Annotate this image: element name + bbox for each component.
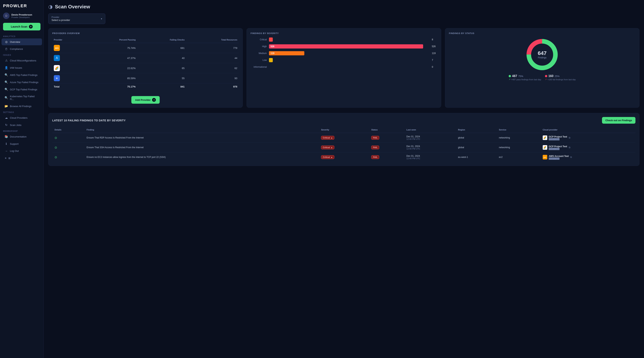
overview-grid: PROVIDERS OVERVIEW Provider Percent Pass… (48, 28, 640, 108)
col-cloudprovider: Cloud provider (540, 127, 636, 133)
col-total: Total Resources (186, 38, 239, 43)
total-label: Total (52, 83, 84, 90)
sidebar-item-logout[interactable]: → Log Out (2, 148, 42, 154)
aws-top-icon: 🔍 (4, 73, 8, 77)
layout-icon: ⊞ (8, 157, 10, 160)
provider-select[interactable]: Provider Select a provider ▾ (48, 14, 105, 24)
severity-bar-wrap: 119 (269, 51, 430, 55)
severity-row: Critical 8 (250, 38, 437, 42)
copy-icon[interactable]: ⧉ (570, 156, 572, 158)
sidebar-item-overview[interactable]: ◎ Overview (2, 39, 42, 45)
compliance-icon: 🗒 (4, 47, 8, 51)
provider-id: ████████ (549, 138, 567, 140)
sidebar-item-cloud-providers[interactable]: ☁ Cloud Providers (2, 114, 42, 121)
status-cell: FAIL (369, 143, 404, 152)
launch-scan-button[interactable]: Launch Scan + (3, 23, 40, 31)
warning-icon: ▲ (330, 146, 333, 149)
sidebar: PROWLER D Devie Prowlerson Prowler Devel… (0, 0, 44, 358)
donut-legend: 487 75% ↗ +487 pass findings from last d… (509, 74, 576, 81)
issues-section-label: Issues (0, 53, 44, 57)
sidebar-item-scan-jobs[interactable]: ↻ Scan Jobs (2, 122, 42, 128)
sidebar-gcp-top-label: GCP Top Failed Findings (10, 88, 37, 91)
sidebar-item-gcp-top[interactable]: 🔍 GCP Top Failed Findings (2, 86, 42, 93)
fail-sub: +160 fail findings from last day (548, 78, 576, 81)
gcp-top-icon: 🔍 (4, 88, 8, 91)
table-row: ⊙ Ensure That RDP Access Is Restricted F… (52, 133, 636, 143)
pass-dot (509, 75, 511, 77)
add-provider-label: Add Provider (135, 99, 151, 101)
sidebar-item-azure-top[interactable]: 🔍 Azure Top Failed Findings (2, 79, 42, 86)
pass-sub: +487 pass findings from last day (511, 78, 541, 81)
total-resources: 62 (186, 63, 239, 73)
severity-cell: Critical ▲ (319, 143, 369, 152)
user-role: Prowler Developers (12, 16, 32, 19)
provider-logo-cell: ⎈ (52, 73, 84, 83)
findings-severity-card: FINDINGS BY SEVERITY Critical 8 High 526… (246, 28, 441, 108)
service-cell: networking (497, 143, 540, 152)
col-service: Service (497, 127, 540, 133)
failing-checks: 681 (137, 43, 186, 53)
copy-icon[interactable]: ⧉ (569, 146, 570, 149)
finding-cell: Ensure That RDP Access Is Restricted Fro… (84, 133, 319, 143)
status-cell: FAIL (369, 133, 404, 143)
sidebar-browse-label: Browse All Findings (10, 105, 31, 108)
severity-label: Critical (250, 38, 267, 41)
failing-checks: 55 (137, 73, 186, 83)
provider-id: ████████ (549, 158, 569, 160)
copy-icon[interactable]: ⧉ (569, 136, 570, 139)
findings-status-card: FINDINGS BY STATUS 647 Findings (445, 28, 640, 108)
status-cell: FAIL (369, 152, 404, 162)
docs-icon: 📚 (4, 135, 8, 138)
sidebar-item-browse[interactable]: 📂 Browse All Findings (2, 103, 42, 110)
checkout-button[interactable]: Check out on Findings (602, 117, 636, 124)
provider-cell: 🌈 GCP Project Test ████████ ⧉ (540, 133, 636, 143)
chevron-down-icon: ▾ (101, 18, 102, 20)
percent-passing: 75.74% (84, 43, 137, 53)
col-region: Region (456, 127, 496, 133)
severity-bar-wrap (269, 58, 430, 62)
total-resources: 44 (186, 53, 239, 63)
pass-count: 487 (512, 74, 517, 78)
table-row: ⎈ 85.59% 55 93 (52, 73, 239, 83)
sidebar-item-docs[interactable]: 📚 Documentation (2, 133, 42, 140)
detail-icon[interactable]: ⊙ (54, 136, 57, 139)
pass-pct: 75% (518, 75, 523, 78)
table-row: ⊙ Ensure no EC2 instances allow ingress … (52, 152, 636, 162)
sidebar-item-iam[interactable]: 👤 IAM Issues (2, 64, 42, 71)
page-header: ◑ Scan Overview (48, 4, 640, 10)
severity-cell: Critical ▲ (319, 152, 369, 162)
sidebar-item-support[interactable]: ℹ Support (2, 140, 42, 147)
table-row: ⊙ Ensure That SSH Access Is Restricted F… (52, 143, 636, 152)
provider-name: GCP Project Test (549, 135, 567, 138)
cloud-providers-icon: ☁ (4, 116, 8, 120)
page-title: Scan Overview (55, 4, 90, 10)
lastseen-cell: Dec 01, 2024 12:40 PM UTC (404, 133, 456, 143)
table-row: 🌈 22.62% 65 62 (52, 63, 239, 73)
support-icon: ℹ (4, 142, 8, 146)
severity-bar-wrap (269, 65, 430, 69)
browse-icon: 📂 (4, 104, 8, 108)
region-cell: eu-west-1 (456, 152, 496, 162)
provider-select-wrapper: Provider Select a provider ▾ (48, 14, 640, 24)
theme-toggle[interactable]: ☀ ⊞ (2, 155, 42, 161)
detail-icon[interactable]: ⊙ (54, 156, 57, 159)
provider-logo-cell: A (52, 53, 84, 63)
severity-bar (269, 38, 273, 42)
severity-badge: Critical ▲ (321, 146, 334, 149)
region-cell: global (456, 143, 496, 152)
provider-cell: 🌈 GCP Project Test ████████ ⧉ (540, 143, 636, 152)
launch-plus-icon: + (29, 25, 33, 29)
sidebar-azure-top-label: Azure Top Failed Findings (10, 81, 38, 84)
severity-row: High 526 526 (250, 44, 437, 49)
severity-row: Low 7 (250, 58, 437, 62)
sidebar-aws-top-label: AWS Top Failed Findings (10, 74, 38, 77)
add-provider-button[interactable]: Add Provider + (131, 96, 160, 104)
sidebar-item-cloud-misconfig[interactable]: ⚠ Cloud Misconfigurations (2, 57, 42, 64)
logout-icon: → (4, 149, 8, 153)
total-resources: 978 (186, 83, 239, 90)
detail-icon[interactable]: ⊙ (54, 146, 57, 149)
sidebar-item-compliance[interactable]: 🗒 Compliance (2, 46, 42, 52)
sidebar-item-aws-top[interactable]: 🔍 AWS Top Failed Findings (2, 72, 42, 78)
sidebar-item-k8s-top[interactable]: 🔍 Kubernetes Top Failed Fi... (2, 93, 42, 102)
provider-id: ████████ (549, 148, 567, 150)
